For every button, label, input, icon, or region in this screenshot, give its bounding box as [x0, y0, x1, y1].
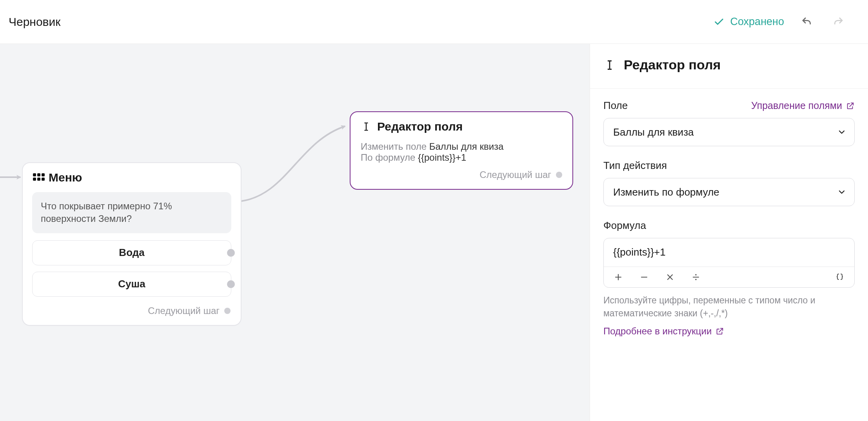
page-title: Черновик [9, 15, 60, 29]
formula-input[interactable]: {{points}}+1 [604, 238, 854, 267]
node-field-editor[interactable]: Редактор поля Изменить поле Баллы для кв… [350, 111, 573, 190]
redo-button[interactable] [830, 13, 847, 31]
op-multiply-button[interactable] [664, 272, 676, 282]
op-minus-button[interactable] [638, 272, 650, 282]
save-status: Сохранено [714, 16, 784, 28]
node-menu[interactable]: Меню Что покрывает примерно 71% поверхно… [22, 162, 242, 326]
multiply-icon [665, 272, 675, 282]
external-link-icon [846, 102, 855, 110]
op-braces-button[interactable] [834, 272, 846, 282]
svg-point-1 [695, 279, 697, 280]
flow-canvas[interactable]: Меню Что покрывает примерно 71% поверхно… [0, 44, 590, 421]
node-field-editor-title: Редактор поля [377, 120, 463, 133]
action-type-label: Тип действия [603, 160, 855, 172]
next-step-label: Следующий шаг [148, 305, 220, 316]
connector-out-dot[interactable] [224, 308, 231, 314]
connector-out-dot[interactable] [227, 280, 235, 288]
op-divide-button[interactable] [690, 272, 702, 282]
next-step-label: Следующий шаг [479, 169, 551, 180]
editor-line-1: Изменить поле Баллы для квиза [361, 141, 562, 152]
external-link-icon [715, 327, 724, 336]
formula-label: Формула [603, 220, 855, 232]
menu-option-2-label: Суша [118, 278, 145, 290]
svg-point-0 [695, 274, 697, 276]
undo-icon [801, 16, 813, 28]
op-plus-button[interactable] [612, 272, 624, 282]
chevron-down-icon [837, 187, 846, 197]
plus-icon [614, 272, 623, 282]
redo-icon [832, 16, 844, 28]
braces-icon [835, 272, 844, 282]
menu-option-2[interactable]: Суша [32, 272, 231, 297]
undo-button[interactable] [798, 13, 815, 31]
menu-option-1[interactable]: Вода [32, 240, 231, 265]
grid-icon [33, 173, 43, 182]
connector-out-dot[interactable] [227, 249, 235, 257]
inspector-panel: Редактор поля Поле Управление полями Бал… [590, 44, 868, 421]
editor-line-2: По формуле {{points}}+1 [361, 152, 562, 163]
minus-icon [639, 272, 649, 282]
text-cursor-icon [361, 121, 372, 132]
formula-help-text: Используйте цифры, переменные с типом чи… [603, 294, 855, 320]
manage-fields-link[interactable]: Управление полями [751, 100, 855, 111]
menu-option-1-label: Вода [119, 247, 144, 259]
save-status-label: Сохранено [730, 16, 784, 28]
node-menu-title: Меню [49, 171, 82, 184]
field-section-label: Поле [603, 100, 628, 112]
divide-icon [691, 272, 701, 282]
connector-out-dot[interactable] [556, 172, 562, 178]
formula-toolbar [604, 267, 854, 287]
check-icon [714, 16, 725, 27]
topbar: Черновик Сохранено [0, 0, 868, 44]
formula-editor: {{points}}+1 [603, 238, 855, 288]
docs-link[interactable]: Подробнее в инструкции [603, 326, 724, 337]
text-cursor-icon [603, 59, 616, 71]
panel-title: Редактор поля [624, 57, 721, 73]
chevron-down-icon [837, 127, 846, 137]
action-type-select[interactable]: Изменить по формуле [603, 178, 855, 206]
menu-question: Что покрывает примерно 71% поверхности З… [32, 192, 231, 233]
field-select[interactable]: Баллы для квиза [603, 118, 855, 146]
